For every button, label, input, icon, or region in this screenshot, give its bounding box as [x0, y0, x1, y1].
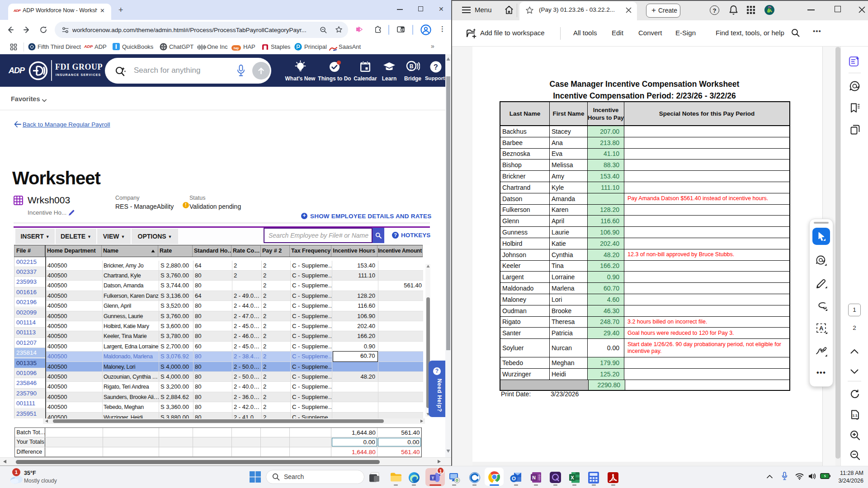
- svg-text:B: B: [410, 63, 414, 70]
- svg-text:?: ?: [434, 63, 438, 71]
- svg-text:X: X: [571, 475, 574, 480]
- svg-text:1:1: 1:1: [852, 413, 858, 418]
- svg-text:N: N: [532, 475, 536, 480]
- svg-text:A: A: [819, 325, 824, 332]
- svg-text:T: T: [432, 475, 434, 480]
- svg-text:hap: hap: [234, 47, 239, 50]
- svg-text:O: O: [512, 476, 516, 481]
